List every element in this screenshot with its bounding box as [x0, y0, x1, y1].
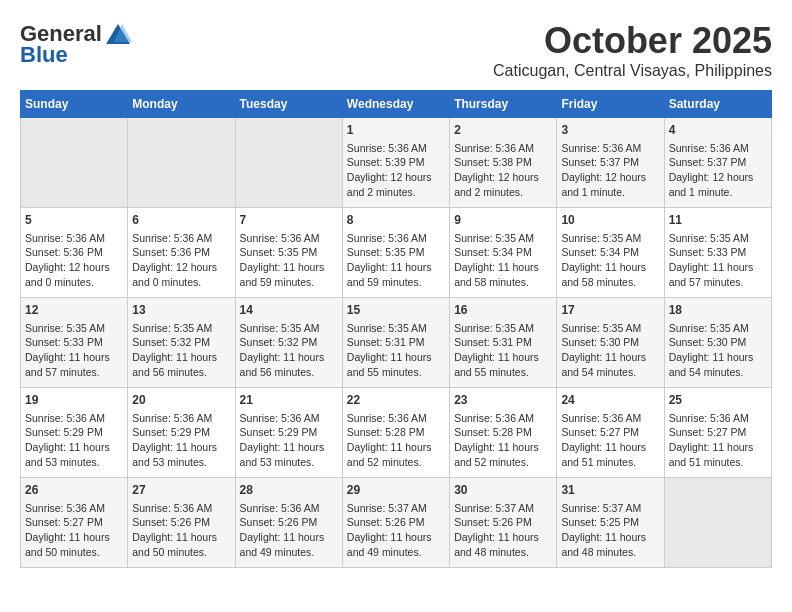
day-info: and 52 minutes. [347, 455, 445, 470]
calendar-cell: 19Sunrise: 5:36 AMSunset: 5:29 PMDayligh… [21, 388, 128, 478]
day-number: 16 [454, 302, 552, 319]
day-info: Daylight: 12 hours [25, 260, 123, 275]
calendar-cell: 18Sunrise: 5:35 AMSunset: 5:30 PMDayligh… [664, 298, 771, 388]
calendar-cell: 17Sunrise: 5:35 AMSunset: 5:30 PMDayligh… [557, 298, 664, 388]
day-info: Daylight: 11 hours [561, 440, 659, 455]
month-title: October 2025 [493, 20, 772, 62]
day-info: Sunset: 5:30 PM [669, 335, 767, 350]
calendar-cell [664, 478, 771, 568]
day-info: Sunrise: 5:36 AM [347, 231, 445, 246]
day-number: 4 [669, 122, 767, 139]
day-info: and 49 minutes. [347, 545, 445, 560]
page-header: General Blue October 2025 Caticugan, Cen… [20, 20, 772, 80]
day-info: and 49 minutes. [240, 545, 338, 560]
day-info: Sunset: 5:32 PM [240, 335, 338, 350]
calendar-day-header: Friday [557, 91, 664, 118]
calendar-cell: 12Sunrise: 5:35 AMSunset: 5:33 PMDayligh… [21, 298, 128, 388]
calendar-week-row: 19Sunrise: 5:36 AMSunset: 5:29 PMDayligh… [21, 388, 772, 478]
day-info: Daylight: 11 hours [347, 440, 445, 455]
day-info: Daylight: 11 hours [454, 530, 552, 545]
day-info: Daylight: 12 hours [669, 170, 767, 185]
day-info: Sunset: 5:29 PM [132, 425, 230, 440]
day-info: Sunset: 5:35 PM [347, 245, 445, 260]
day-info: Sunset: 5:32 PM [132, 335, 230, 350]
day-info: and 53 minutes. [132, 455, 230, 470]
day-info: Daylight: 12 hours [454, 170, 552, 185]
day-info: Sunrise: 5:37 AM [347, 501, 445, 516]
day-info: Sunrise: 5:35 AM [669, 231, 767, 246]
calendar-cell: 23Sunrise: 5:36 AMSunset: 5:28 PMDayligh… [450, 388, 557, 478]
day-number: 1 [347, 122, 445, 139]
day-info: Sunset: 5:27 PM [669, 425, 767, 440]
day-info: Sunrise: 5:35 AM [240, 321, 338, 336]
day-info: Sunset: 5:27 PM [25, 515, 123, 530]
day-info: Sunset: 5:26 PM [132, 515, 230, 530]
day-number: 30 [454, 482, 552, 499]
day-info: Sunrise: 5:37 AM [454, 501, 552, 516]
day-info: Daylight: 11 hours [240, 260, 338, 275]
day-info: Daylight: 11 hours [25, 440, 123, 455]
day-info: Sunrise: 5:35 AM [669, 321, 767, 336]
calendar-cell: 20Sunrise: 5:36 AMSunset: 5:29 PMDayligh… [128, 388, 235, 478]
location: Caticugan, Central Visayas, Philippines [493, 62, 772, 80]
day-number: 10 [561, 212, 659, 229]
calendar-cell: 6Sunrise: 5:36 AMSunset: 5:36 PMDaylight… [128, 208, 235, 298]
calendar-table: SundayMondayTuesdayWednesdayThursdayFrid… [20, 90, 772, 568]
logo-blue-text: Blue [20, 42, 68, 68]
day-number: 25 [669, 392, 767, 409]
day-info: Daylight: 11 hours [347, 530, 445, 545]
day-info: and 50 minutes. [132, 545, 230, 560]
calendar-cell: 9Sunrise: 5:35 AMSunset: 5:34 PMDaylight… [450, 208, 557, 298]
calendar-day-header: Tuesday [235, 91, 342, 118]
calendar-cell [128, 118, 235, 208]
day-info: and 56 minutes. [240, 365, 338, 380]
calendar-cell [235, 118, 342, 208]
day-number: 11 [669, 212, 767, 229]
day-info: Daylight: 11 hours [454, 350, 552, 365]
day-info: Sunrise: 5:35 AM [454, 321, 552, 336]
day-info: Daylight: 11 hours [454, 440, 552, 455]
day-info: Sunrise: 5:35 AM [25, 321, 123, 336]
day-info: Sunrise: 5:35 AM [132, 321, 230, 336]
day-info: Daylight: 11 hours [561, 350, 659, 365]
day-info: Sunrise: 5:35 AM [454, 231, 552, 246]
day-info: Daylight: 11 hours [25, 530, 123, 545]
day-number: 29 [347, 482, 445, 499]
day-info: and 53 minutes. [240, 455, 338, 470]
day-info: Daylight: 12 hours [132, 260, 230, 275]
day-number: 23 [454, 392, 552, 409]
day-info: and 48 minutes. [454, 545, 552, 560]
day-info: Sunrise: 5:36 AM [347, 411, 445, 426]
day-info: Sunset: 5:33 PM [669, 245, 767, 260]
day-info: Daylight: 11 hours [240, 530, 338, 545]
calendar-week-row: 26Sunrise: 5:36 AMSunset: 5:27 PMDayligh… [21, 478, 772, 568]
day-info: Sunrise: 5:36 AM [240, 501, 338, 516]
day-info: Sunset: 5:27 PM [561, 425, 659, 440]
day-info: Sunrise: 5:36 AM [25, 411, 123, 426]
title-section: October 2025 Caticugan, Central Visayas,… [493, 20, 772, 80]
day-info: and 0 minutes. [25, 275, 123, 290]
calendar-cell: 30Sunrise: 5:37 AMSunset: 5:26 PMDayligh… [450, 478, 557, 568]
day-info: and 54 minutes. [669, 365, 767, 380]
day-number: 21 [240, 392, 338, 409]
day-number: 13 [132, 302, 230, 319]
day-number: 12 [25, 302, 123, 319]
calendar-cell: 29Sunrise: 5:37 AMSunset: 5:26 PMDayligh… [342, 478, 449, 568]
day-info: Daylight: 11 hours [240, 440, 338, 455]
calendar-cell: 16Sunrise: 5:35 AMSunset: 5:31 PMDayligh… [450, 298, 557, 388]
calendar-day-header: Thursday [450, 91, 557, 118]
calendar-cell: 1Sunrise: 5:36 AMSunset: 5:39 PMDaylight… [342, 118, 449, 208]
day-number: 14 [240, 302, 338, 319]
calendar-week-row: 12Sunrise: 5:35 AMSunset: 5:33 PMDayligh… [21, 298, 772, 388]
day-info: Sunset: 5:30 PM [561, 335, 659, 350]
day-info: Sunrise: 5:37 AM [561, 501, 659, 516]
day-info: Daylight: 11 hours [669, 260, 767, 275]
day-info: Sunset: 5:39 PM [347, 155, 445, 170]
day-number: 20 [132, 392, 230, 409]
day-info: and 48 minutes. [561, 545, 659, 560]
day-number: 15 [347, 302, 445, 319]
day-info: Sunrise: 5:36 AM [454, 411, 552, 426]
day-number: 7 [240, 212, 338, 229]
calendar-cell: 15Sunrise: 5:35 AMSunset: 5:31 PMDayligh… [342, 298, 449, 388]
calendar-week-row: 5Sunrise: 5:36 AMSunset: 5:36 PMDaylight… [21, 208, 772, 298]
